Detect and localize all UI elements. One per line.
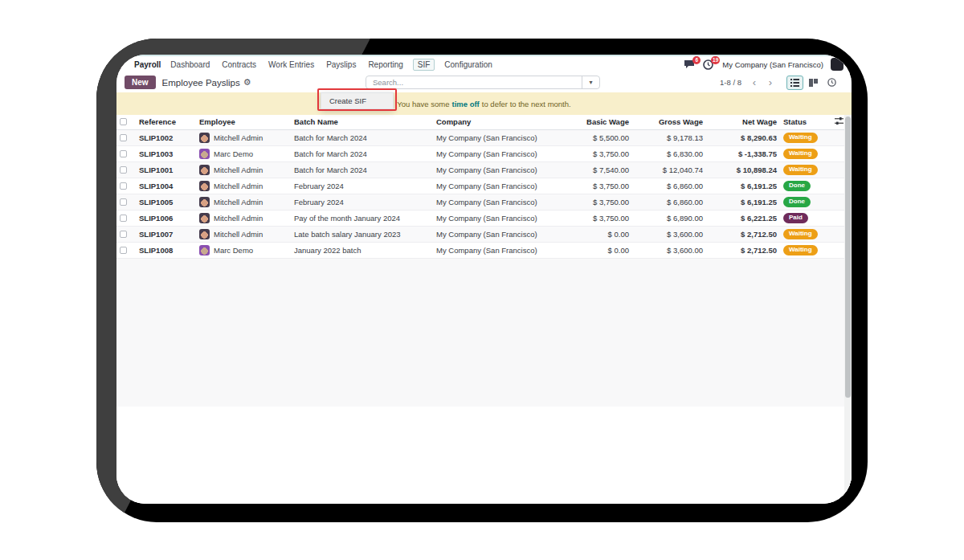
cell-company: My Company (San Francisco) — [433, 178, 563, 194]
pager-next-button[interactable]: › — [764, 77, 777, 88]
employee-name: Marc Demo — [214, 246, 253, 255]
cell-status: Done — [780, 194, 831, 210]
activity-clock-icon — [827, 78, 836, 87]
col-header-company[interactable]: Company — [433, 115, 563, 129]
gear-icon[interactable]: ⚙ — [243, 77, 251, 88]
menu-item-sif[interactable]: SIF — [413, 59, 435, 71]
cell-employee: Mitchell Admin — [196, 226, 291, 242]
employee-avatar — [199, 245, 210, 255]
activities-icon[interactable]: 19 — [703, 59, 715, 70]
table-row[interactable]: SLIP1003 Marc Demo Batch for March 2024 … — [116, 145, 844, 161]
banner-text-pre: You have some — [397, 100, 449, 108]
kanban-view-icon — [809, 79, 818, 87]
search-input[interactable] — [366, 78, 582, 87]
table-row[interactable]: SLIP1002 Mitchell Admin Batch for March … — [116, 129, 844, 145]
menu-item-payslips[interactable]: Payslips — [324, 59, 358, 71]
cell-reference: SLIP1007 — [136, 226, 196, 242]
scrollbar-track[interactable] — [844, 115, 852, 504]
dropdown-item-create-sif[interactable]: Create SIF — [321, 93, 393, 108]
menu-item-contracts[interactable]: Contracts — [219, 59, 259, 71]
row-checkbox[interactable] — [120, 215, 127, 222]
pager-prev-button[interactable]: ‹ — [748, 77, 761, 88]
col-header-reference[interactable]: Reference — [136, 115, 196, 129]
employee-name: Mitchell Admin — [214, 166, 263, 174]
table-row[interactable]: SLIP1006 Mitchell Admin Pay of the month… — [116, 210, 844, 226]
row-checkbox[interactable] — [120, 247, 127, 254]
cell-employee: Mitchell Admin — [196, 210, 291, 226]
cell-batch-name: February 2024 — [291, 194, 433, 210]
table-row[interactable]: SLIP1008 Marc Demo January 2022 batch My… — [116, 242, 844, 258]
activities-badge: 19 — [711, 56, 720, 64]
cell-reference: SLIP1001 — [136, 161, 196, 178]
cell-batch-name: Batch for March 2024 — [291, 129, 433, 145]
cell-employee: Mitchell Admin — [196, 129, 291, 145]
view-switcher — [786, 76, 840, 90]
col-header-status[interactable]: Status — [780, 115, 831, 129]
pager-range: 1-8 / 8 — [720, 78, 741, 87]
menu-item-configuration[interactable]: Configuration — [442, 59, 494, 71]
systray: 6 19 My Company (San Francisco) — [684, 58, 852, 71]
cell-employee: Marc Demo — [196, 242, 291, 258]
row-checkbox[interactable] — [120, 182, 127, 190]
menu-item-work-entries[interactable]: Work Entries — [266, 59, 317, 71]
scrollbar-thumb[interactable] — [845, 116, 851, 398]
cell-reference: SLIP1008 — [136, 242, 196, 258]
kanban-view-button[interactable] — [805, 76, 822, 90]
cell-employee: Mitchell Admin — [196, 194, 291, 210]
employee-name: Mitchell Admin — [214, 214, 263, 223]
device-frame: Payroll DashboardContractsWork EntriesPa… — [96, 39, 868, 522]
employee-name: Mitchell Admin — [214, 182, 263, 190]
cell-reference: SLIP1006 — [136, 210, 196, 226]
menu-item-reporting[interactable]: Reporting — [366, 59, 405, 71]
select-all-checkbox[interactable] — [120, 118, 127, 125]
menu-item-dashboard[interactable]: Dashboard — [168, 59, 212, 71]
table-row[interactable]: SLIP1004 Mitchell Admin February 2024 My… — [116, 178, 844, 194]
table-row[interactable]: SLIP1007 Mitchell Admin Late batch salar… — [116, 226, 844, 242]
cell-gross-wage: $ 6,890.00 — [632, 210, 706, 226]
cell-basic-wage: $ 7,540.00 — [563, 161, 632, 178]
cell-company: My Company (San Francisco) — [433, 145, 563, 161]
row-checkbox[interactable] — [120, 198, 127, 206]
col-header-employee[interactable]: Employee — [196, 115, 291, 129]
cell-basic-wage: $ 0.00 — [563, 242, 632, 258]
app-title[interactable]: Payroll — [134, 60, 161, 69]
messages-icon[interactable]: 6 — [684, 59, 696, 70]
col-header-gross-wage[interactable]: Gross Wage — [632, 115, 706, 129]
messages-badge: 6 — [692, 56, 701, 64]
employee-name: Mitchell Admin — [214, 230, 263, 239]
cell-company: My Company (San Francisco) — [433, 194, 563, 210]
search-dropdown-caret[interactable]: ▾ — [582, 76, 599, 88]
status-badge: Waiting — [783, 245, 818, 255]
activity-view-button[interactable] — [823, 76, 840, 90]
employee-avatar — [199, 229, 210, 239]
table-row[interactable]: SLIP1005 Mitchell Admin February 2024 My… — [116, 194, 844, 210]
user-avatar[interactable] — [831, 58, 844, 71]
cell-employee: Mitchell Admin — [196, 161, 291, 178]
status-badge: Waiting — [783, 133, 818, 143]
cell-gross-wage: $ 9,178.13 — [632, 129, 706, 145]
timeoff-link[interactable]: time off — [451, 100, 479, 108]
employee-avatar — [199, 213, 210, 223]
bottom-spacer — [116, 407, 852, 505]
new-button[interactable]: New — [125, 76, 156, 89]
optional-columns-icon[interactable] — [835, 117, 844, 125]
row-checkbox[interactable] — [120, 150, 127, 157]
row-checkbox[interactable] — [120, 134, 127, 141]
row-checkbox[interactable] — [120, 166, 127, 174]
cell-batch-name: January 2022 batch — [291, 242, 433, 258]
col-header-net-wage[interactable]: Net Wage — [706, 115, 780, 129]
cell-reference: SLIP1003 — [136, 145, 196, 161]
row-checkbox[interactable] — [120, 231, 127, 238]
cell-gross-wage: $ 6,860.00 — [632, 178, 706, 194]
cell-basic-wage: $ 3,750.00 — [563, 145, 632, 161]
col-header-batch[interactable]: Batch Name — [291, 115, 433, 129]
cell-gross-wage: $ 6,830.00 — [632, 145, 706, 161]
cell-company: My Company (San Francisco) — [433, 242, 563, 258]
col-header-basic-wage[interactable]: Basic Wage — [563, 115, 632, 129]
list-view-button[interactable] — [786, 76, 803, 90]
table-row[interactable]: SLIP1001 Mitchell Admin Batch for March … — [116, 161, 844, 178]
company-switcher[interactable]: My Company (San Francisco) — [722, 60, 823, 69]
empty-list-area — [116, 259, 852, 407]
cell-net-wage: $ 2,712.50 — [706, 226, 780, 242]
cell-batch-name: Batch for March 2024 — [291, 161, 433, 178]
